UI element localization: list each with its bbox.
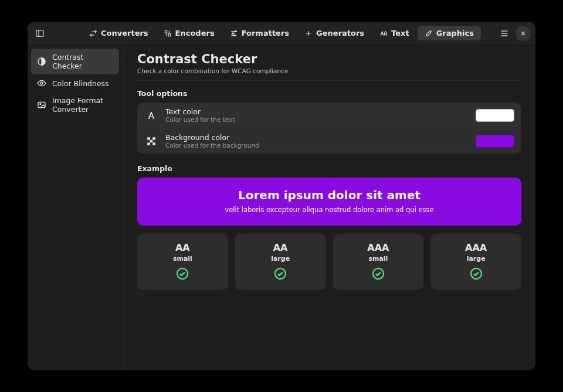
page-title: Contrast Checker: [137, 52, 521, 66]
svg-point-20: [40, 104, 41, 105]
text-color-swatch[interactable]: [476, 109, 514, 122]
sidebar-item-contrast-checker[interactable]: Contrast Checker: [31, 49, 119, 74]
tab-generators[interactable]: Generators: [297, 26, 371, 40]
letter-a-icon: [144, 108, 158, 122]
result-size: small: [368, 255, 388, 263]
menu-button[interactable]: [497, 26, 512, 41]
tab-text[interactable]: Text: [372, 26, 416, 40]
panel-left-icon: [35, 29, 45, 38]
svg-rect-2: [165, 30, 167, 33]
svg-rect-0: [36, 30, 43, 36]
result-card: AAA large: [430, 234, 521, 290]
tool-options-card: Text color Color used for the text Backg…: [137, 103, 521, 154]
result-card: AA small: [137, 234, 228, 290]
app-window: Converters Encoders Formatters Generator…: [28, 22, 535, 370]
background-color-swatch[interactable]: [476, 135, 514, 148]
svg-rect-3: [168, 33, 171, 36]
tab-converters[interactable]: Converters: [82, 26, 155, 40]
option-background-color: Background color Color used for the back…: [137, 128, 521, 154]
eye-icon: [37, 79, 46, 88]
tab-graphics[interactable]: Graphics: [418, 26, 481, 40]
check-circle-icon: [371, 267, 385, 281]
page-subtitle: Check a color combination for WCAG compl…: [137, 67, 521, 74]
close-icon: [520, 30, 527, 37]
image-icon: [37, 100, 46, 110]
toggle-sidebar-button[interactable]: [32, 26, 48, 41]
svg-rect-25: [152, 142, 155, 145]
result-card: AA large: [235, 234, 326, 290]
divider: [137, 80, 521, 81]
result-level: AA: [273, 242, 288, 253]
tab-label: Generators: [316, 29, 364, 38]
check-circle-icon: [273, 267, 287, 281]
tab-formatters[interactable]: Formatters: [223, 26, 296, 40]
tab-label: Encoders: [175, 29, 215, 38]
hamburger-icon: [500, 29, 509, 38]
check-circle-icon: [469, 267, 483, 281]
main-content: Contrast Checker Check a color combinati…: [123, 45, 535, 370]
svg-point-18: [40, 82, 43, 84]
svg-rect-21: [147, 137, 150, 140]
arrows-icon: [89, 29, 97, 38]
svg-rect-23: [150, 139, 153, 142]
contrast-icon: [37, 57, 46, 66]
close-button[interactable]: [515, 26, 531, 41]
sliders-icon: [230, 29, 238, 38]
tab-label: Text: [391, 29, 409, 38]
sidebar-item-color-blindness[interactable]: Color Blindness: [31, 74, 119, 92]
result-size: large: [467, 255, 486, 263]
check-circle-icon: [175, 267, 189, 281]
tab-encoders[interactable]: Encoders: [157, 26, 222, 40]
tab-label: Graphics: [436, 29, 474, 38]
checker-icon: [144, 134, 158, 148]
sidebar-item-label: Image Format Converter: [52, 96, 113, 114]
example-sub: velit laboris excepteur aliqua nostrud d…: [147, 206, 512, 214]
titlebar: Converters Encoders Formatters Generator…: [28, 22, 535, 45]
brush-icon: [425, 29, 433, 38]
binary-icon: [164, 29, 172, 38]
option-title: Text color: [165, 107, 235, 116]
example-title: Lorem ipsum dolor sit amet: [147, 188, 512, 202]
result-size: large: [271, 255, 290, 263]
tab-label: Formatters: [242, 29, 289, 38]
category-tabs: Converters Encoders Formatters Generator…: [82, 26, 481, 40]
option-text-color: Text color Color used for the text: [137, 103, 521, 128]
svg-rect-22: [152, 137, 155, 140]
option-title: Background color: [165, 133, 259, 142]
results-grid: AA small AA large AAA small: [137, 234, 521, 290]
section-heading-example: Example: [137, 164, 521, 173]
example-preview: Lorem ipsum dolor sit amet velit laboris…: [137, 178, 521, 226]
section-heading-options: Tool options: [137, 89, 521, 98]
sidebar-item-label: Color Blindness: [52, 79, 109, 88]
option-sub: Color used for the background: [165, 142, 259, 149]
sidebar-item-image-converter[interactable]: Image Format Converter: [31, 92, 119, 118]
svg-rect-24: [147, 142, 150, 145]
result-level: AA: [175, 242, 190, 253]
sidebar-item-label: Contrast Checker: [52, 53, 113, 70]
result-level: AAA: [465, 242, 487, 253]
result-size: small: [173, 255, 192, 263]
option-sub: Color used for the text: [165, 116, 235, 123]
sidebar: Contrast Checker Color Blindness Image F…: [28, 45, 123, 370]
result-card: AAA small: [333, 234, 424, 290]
plus-icon: [304, 29, 313, 38]
tab-label: Converters: [101, 29, 148, 38]
result-level: AAA: [367, 242, 389, 253]
text-icon: [379, 29, 388, 38]
